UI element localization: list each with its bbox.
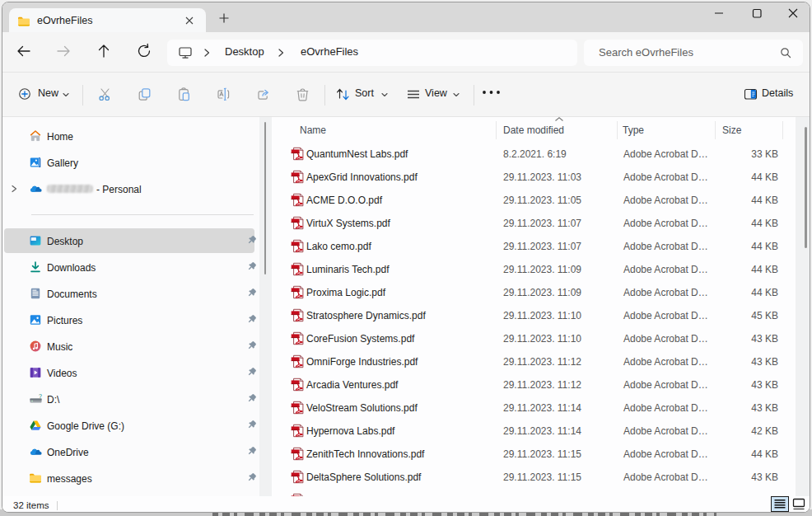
svg-text:?: ? [39, 393, 42, 399]
